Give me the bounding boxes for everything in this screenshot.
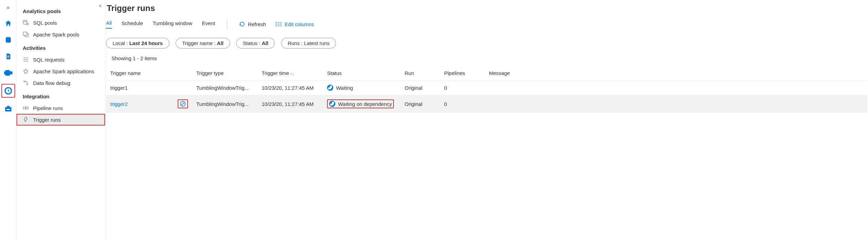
filter-bar: Local : Last 24 hours Trigger name : All… — [106, 38, 868, 48]
col-trigger-time[interactable]: Trigger time↑↓ — [258, 66, 323, 80]
sidebar-item-spark-apps[interactable]: Apache Spark applications — [17, 65, 105, 77]
sidebar-label: Trigger runs — [33, 117, 61, 123]
sidebar: « Analytics pools SQL pools Apache Spark… — [17, 0, 105, 240]
trigger-runs-icon — [23, 117, 29, 123]
main-content: Trigger runs All Schedule Tumbling windo… — [105, 0, 868, 240]
filter-trigger-name[interactable]: Trigger name : All — [176, 38, 230, 48]
waiting-icon — [327, 85, 333, 91]
tab-tumbling-window[interactable]: Tumbling window — [153, 20, 192, 28]
sidebar-label: Data flow debug — [33, 80, 70, 86]
sidebar-section-integration: Integration — [17, 89, 105, 102]
cell-run: Original — [400, 80, 440, 95]
rail-home-icon[interactable] — [3, 18, 14, 29]
cell-status: Waiting — [323, 80, 400, 95]
rail-develop-icon[interactable] — [3, 51, 14, 62]
sort-icon: ↑↓ — [290, 72, 294, 76]
sidebar-label: Apache Spark pools — [33, 32, 79, 37]
sidebar-item-dataflow-debug[interactable]: Data flow debug — [17, 77, 105, 89]
trigger-runs-table: Trigger name Trigger type Trigger time↑↓… — [106, 66, 867, 113]
icon-rail: » — [0, 0, 17, 240]
spark-pools-icon — [23, 31, 29, 37]
cell-run: Original — [400, 95, 440, 113]
table-row[interactable]: trigger1 TumblingWindowTrig... 10/23/20,… — [106, 80, 867, 95]
sidebar-item-sql-pools[interactable]: SQL pools — [17, 17, 105, 29]
svg-rect-2 — [7, 57, 9, 58]
cell-trigger-name: trigger2 — [106, 95, 192, 113]
filter-status[interactable]: Status : All — [236, 38, 275, 48]
sql-pools-icon — [23, 20, 29, 26]
edit-columns-label: Edit columns — [284, 21, 314, 27]
cell-trigger-name: trigger1 — [106, 80, 192, 95]
refresh-icon — [239, 21, 245, 27]
filter-time[interactable]: Local : Last 24 hours — [106, 38, 169, 48]
svg-rect-7 — [6, 109, 10, 110]
sidebar-section-analytics-pools: Analytics pools — [17, 3, 105, 17]
sidebar-section-activities: Activities — [17, 40, 105, 54]
tab-bar: All Schedule Tumbling window Event Refre… — [106, 19, 868, 30]
sidebar-item-sql-requests[interactable]: SQL requests — [17, 54, 105, 65]
cell-trigger-type: TumblingWindowTrig... — [192, 95, 258, 113]
cell-trigger-time: 10/23/20, 11:27:45 AM — [258, 80, 323, 95]
edit-columns-button[interactable]: Edit columns — [275, 21, 314, 27]
svg-point-8 — [23, 20, 27, 22]
rail-integrate-icon[interactable] — [3, 67, 14, 78]
col-pipelines[interactable]: Pipelines — [440, 66, 485, 80]
cancel-icon — [180, 101, 186, 107]
spark-apps-icon — [23, 68, 29, 74]
refresh-button[interactable]: Refresh — [239, 21, 266, 27]
refresh-label: Refresh — [248, 21, 266, 27]
sidebar-item-spark-pools[interactable]: Apache Spark pools — [17, 29, 105, 40]
svg-rect-1 — [7, 56, 9, 56]
cell-trigger-time: 10/23/20, 11:27:45 AM — [258, 95, 323, 113]
collapse-sidebar-icon[interactable]: « — [99, 3, 102, 8]
sidebar-item-trigger-runs[interactable]: Trigger runs — [17, 114, 105, 126]
col-message[interactable]: Message — [485, 66, 867, 80]
col-trigger-type[interactable]: Trigger type — [192, 66, 258, 80]
sidebar-label: SQL requests — [33, 57, 64, 63]
sidebar-item-pipeline-runs[interactable]: Pipeline runs — [17, 102, 105, 114]
svg-rect-17 — [26, 107, 28, 109]
result-count: Showing 1 - 2 items — [112, 55, 868, 61]
table-row[interactable]: trigger2 TumblingWindowTrig... 10/23/20,… — [106, 95, 867, 113]
rail-monitor-icon[interactable] — [1, 84, 15, 98]
svg-rect-6 — [7, 106, 9, 108]
col-run[interactable]: Run — [400, 66, 440, 80]
svg-point-0 — [6, 37, 11, 39]
tab-event[interactable]: Event — [202, 20, 215, 28]
svg-point-14 — [24, 81, 25, 82]
svg-point-15 — [27, 84, 28, 85]
col-status[interactable]: Status — [323, 66, 400, 80]
cell-trigger-type: TumblingWindowTrig... — [192, 80, 258, 95]
sidebar-label: Apache Spark applications — [33, 68, 94, 74]
tab-divider — [227, 19, 227, 29]
page-title: Trigger runs — [107, 2, 868, 19]
tab-schedule[interactable]: Schedule — [122, 20, 143, 28]
svg-rect-10 — [23, 32, 27, 35]
cell-message — [485, 80, 867, 95]
columns-icon — [275, 22, 282, 26]
trigger-link[interactable]: trigger2 — [110, 101, 128, 107]
dataflow-icon — [23, 80, 29, 86]
expand-rail-icon[interactable]: » — [3, 3, 14, 12]
sidebar-label: Pipeline runs — [33, 105, 63, 111]
cell-message — [485, 95, 867, 113]
sidebar-label: SQL pools — [33, 20, 57, 26]
cell-pipelines: 0 — [440, 80, 485, 95]
filter-runs[interactable]: Runs : Latest runs — [281, 38, 336, 48]
pipeline-runs-icon — [23, 105, 29, 111]
col-trigger-name[interactable]: Trigger name — [106, 66, 192, 80]
waiting-icon — [329, 101, 335, 107]
rail-manage-icon[interactable] — [3, 103, 14, 114]
cell-status: Waiting on dependency — [323, 95, 400, 113]
svg-rect-16 — [23, 107, 25, 109]
rail-data-icon[interactable] — [3, 34, 14, 45]
sql-requests-icon — [23, 56, 29, 63]
tab-all[interactable]: All — [106, 20, 112, 29]
cancel-run-button[interactable] — [178, 99, 188, 108]
cell-pipelines: 0 — [440, 95, 485, 113]
svg-line-29 — [181, 102, 185, 106]
